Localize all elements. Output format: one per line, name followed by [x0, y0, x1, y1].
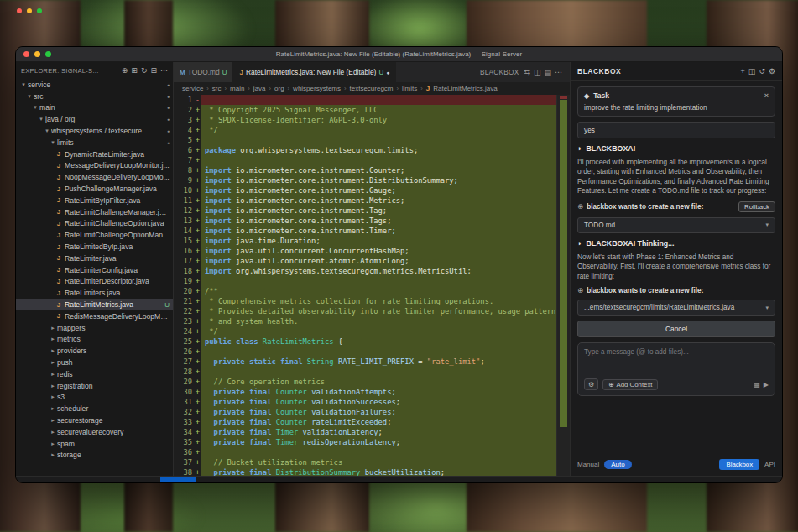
tree-file-ratelimitbyipfilter-java[interactable]: JRateLimitByIpFilter.java	[16, 195, 173, 206]
explorer-actions: ⊕⊞↻⊟⋯	[122, 66, 168, 75]
tree-folder-scheduler[interactable]: ▸scheduler	[16, 403, 173, 415]
blackbox-tab-label[interactable]: BLACKBOX	[480, 69, 519, 76]
code-token: private final	[214, 408, 272, 416]
close-icon[interactable]: ×	[764, 91, 769, 100]
close-icon[interactable]	[17, 8, 22, 13]
blackbox-model-button[interactable]: Blackbox	[719, 459, 759, 470]
tree-file-messagedeliveryloopmonitor-j[interactable]: JMessageDeliveryLoopMonitor.j...	[16, 160, 173, 172]
tree-folder-securevaluerecovery[interactable]: ▸securevaluerecovery	[16, 426, 173, 438]
settings-gear-icon[interactable]: ⚙	[769, 67, 775, 76]
history-icon[interactable]: ↺	[759, 67, 765, 76]
tree-folder-registration[interactable]: ▸registration	[16, 380, 173, 392]
line-content: import io.micrometer.core.instrument.Cou…	[201, 165, 556, 175]
split-panel-icon[interactable]: ◫	[748, 67, 756, 76]
breadcrumb-item[interactable]: whispersystems	[293, 85, 341, 92]
breadcrumb-item[interactable]: textsecuregcm	[350, 85, 394, 92]
tree-folder-service[interactable]: ▾service●	[16, 79, 173, 91]
code-line-38: 38+ private final DistributionSummary bu…	[174, 467, 556, 476]
tree-file-pushchallengemanager-java[interactable]: JPushChallengeManager.java	[16, 183, 173, 195]
code-line-16: 16+import java.util.concurrent.Concurren…	[174, 246, 556, 256]
code-editor[interactable]: 1-2+ * Copyright 2025 Signal Messenger, …	[174, 95, 570, 476]
collapse-folders-icon[interactable]: ⊟	[150, 66, 157, 75]
split-editor-icon[interactable]: ◫	[534, 68, 541, 76]
line-content: * Copyright 2025 Signal Messenger, LLC	[201, 105, 556, 115]
tree-folder-whispersystems-textsecure[interactable]: ▾whispersystems / textsecure...●	[16, 125, 173, 137]
tree-file-dynamicratelimiter-java[interactable]: JDynamicRateLimiter.java	[16, 149, 173, 160]
breadcrumb-item[interactable]: main	[230, 85, 244, 92]
manual-mode-toggle[interactable]: Manual	[577, 461, 599, 468]
tree-file-ratelimiterdescriptor-java[interactable]: JRateLimiterDescriptor.java	[16, 276, 173, 288]
window-titlebar[interactable]: RateLimitMetrics.java: New File (Editabl…	[16, 47, 782, 62]
tree-file-noopmessagedeliveryloopmo[interactable]: JNoopMessageDeliveryLoopMo...	[16, 171, 173, 183]
tree-folder-spam[interactable]: ▸spam	[16, 438, 173, 450]
tree-folder-limits[interactable]: ▾limits●	[16, 137, 173, 149]
image-icon[interactable]: ▦	[754, 381, 760, 389]
cancel-button[interactable]: Cancel	[577, 321, 775, 337]
rollback-button[interactable]: Rollback	[738, 201, 775, 212]
message-composer[interactable]: Type a message (@ to add files)... ⚙ ⊕ A…	[577, 342, 775, 396]
layout-icon[interactable]: ▤	[544, 68, 551, 76]
file-dropdown-metrics[interactable]: ...ems/textsecuregcm/limits/RateLimitMet…	[577, 300, 775, 316]
blackbox-logo-icon: ◗	[577, 144, 582, 153]
breadcrumb-item[interactable]: service	[182, 85, 203, 92]
tree-file-ratelimitedbyip-java[interactable]: JRateLimitedByIp.java	[16, 241, 173, 253]
refresh-explorer-icon[interactable]: ↻	[141, 66, 148, 75]
status-indicator[interactable]	[160, 477, 196, 482]
auto-mode-toggle[interactable]: Auto	[604, 460, 631, 469]
tree-folder-metrics[interactable]: ▸metrics	[16, 334, 173, 346]
tree-file-ratelimiterconfig-java[interactable]: JRateLimiterConfig.java	[16, 264, 173, 276]
more-actions-icon[interactable]: ⋯	[555, 68, 562, 76]
tree-file-ratelimitchallengeoptionman[interactable]: JRateLimitChallengeOptionMan...	[16, 229, 173, 241]
breadcrumb-item[interactable]: RateLimitMetrics.java	[433, 85, 497, 92]
add-context-label: Add Context	[617, 381, 653, 389]
tree-folder-storage[interactable]: ▸storage	[16, 450, 173, 462]
maximize-icon[interactable]	[45, 51, 51, 57]
tree-file-ratelimitchallengemanager-java[interactable]: JRateLimitChallengeManager.java	[16, 206, 173, 218]
diff-sign: +	[194, 165, 201, 175]
breadcrumb-item[interactable]: org	[274, 85, 284, 92]
line-number: 33	[174, 417, 194, 427]
editor-tab-todo[interactable]: MTODO.mdU	[174, 62, 233, 82]
minimize-icon[interactable]	[34, 51, 40, 57]
add-context-button[interactable]: ⊕ Add Context	[602, 379, 658, 390]
minimize-icon[interactable]	[27, 8, 32, 13]
breadcrumb-item[interactable]: java	[253, 85, 266, 92]
tree-item-label: RateLimiters.java	[65, 289, 170, 297]
tree-file-ratelimiter-java[interactable]: JRateLimiter.java	[16, 253, 173, 264]
tree-folder-mappers[interactable]: ▸mappers	[16, 322, 173, 334]
tree-folder-providers[interactable]: ▸providers	[16, 345, 173, 357]
send-icon[interactable]: ▶	[764, 381, 769, 389]
code-line-33: 33+ private final Counter rateLimitExcee…	[174, 417, 556, 427]
diff-sign: +	[194, 447, 201, 457]
tree-folder-main[interactable]: ▾main●	[16, 102, 173, 114]
maximize-icon[interactable]	[37, 8, 42, 13]
minimap-scrollbar[interactable]	[556, 95, 570, 476]
breadcrumb-item[interactable]: limits	[402, 85, 417, 92]
tree-folder-securestorage[interactable]: ▸securestorage	[16, 415, 173, 426]
editor-tab-ratelimitmetrics[interactable]: JRateLimitMetrics.java: New File (Editab…	[233, 62, 396, 82]
more-actions-icon[interactable]: ⋯	[160, 66, 168, 75]
tree-folder-java-org[interactable]: ▾java / org●	[16, 113, 173, 125]
tree-folder-src[interactable]: ▾src●	[16, 91, 173, 102]
close-icon[interactable]	[23, 51, 29, 57]
tree-folder-redis[interactable]: ▸redis	[16, 368, 173, 380]
new-file-icon[interactable]: ⊕	[122, 66, 128, 75]
file-dropdown-todo[interactable]: TODO.md ▾	[577, 217, 775, 233]
code-token: io.micrometer.core.instrument.Timer;	[232, 227, 396, 235]
unsaved-dot-icon[interactable]: ●	[386, 70, 389, 76]
tree-file-ratelimitmetrics-java[interactable]: JRateLimitMetrics.javaU	[16, 299, 173, 310]
composer-settings-button[interactable]: ⚙	[584, 378, 598, 390]
new-folder-icon[interactable]: ⊞	[131, 66, 138, 75]
tree-folder-s3[interactable]: ▸s3	[16, 392, 173, 404]
code-line-27: 27+ private static final String RATE_LIM…	[174, 357, 556, 367]
api-toggle[interactable]: API	[764, 461, 775, 468]
tree-file-ratelimiters-java[interactable]: JRateLimiters.java	[16, 287, 173, 299]
breadcrumb-item[interactable]: src	[212, 85, 222, 92]
tree-folder-push[interactable]: ▸push	[16, 357, 173, 368]
tree-file-ratelimitchallengeoption-java[interactable]: JRateLimitChallengeOption.java	[16, 218, 173, 230]
code-line-2: 2+ * Copyright 2025 Signal Messenger, LL…	[174, 105, 556, 115]
java-file-icon: J	[55, 254, 63, 262]
open-changes-icon[interactable]: ⇆	[524, 68, 530, 76]
tree-file-redismessagedeliveryloopmo[interactable]: JRedisMessageDeliveryLoopMo...	[16, 310, 173, 322]
new-chat-icon[interactable]: +	[741, 67, 745, 76]
